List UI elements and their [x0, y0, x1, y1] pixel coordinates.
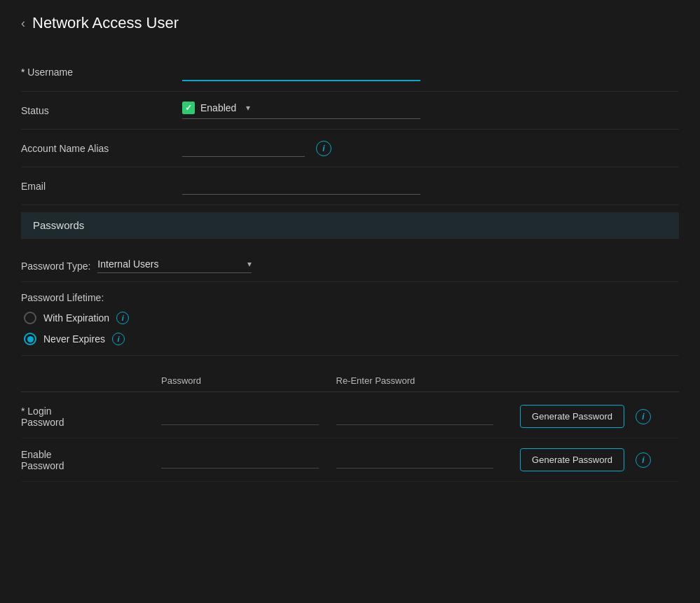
radio-never-expires-btn: [24, 333, 36, 345]
account-name-alias-row: Account Name Alias i: [21, 130, 679, 167]
page-title: Network Access User: [32, 14, 179, 32]
radio-with-expiration-label: With Expiration: [43, 312, 109, 324]
enable-generate-password-button[interactable]: Generate Password: [520, 448, 624, 471]
password-type-dropdown[interactable]: Internal Users ▾: [97, 258, 252, 273]
login-password-input[interactable]: [161, 408, 319, 425]
page-container: ‹ Network Access User Username Status En…: [0, 0, 700, 496]
enable-password-btn-cell: Generate Password i: [511, 448, 651, 471]
status-dropdown[interactable]: Enabled ▾: [182, 102, 420, 119]
radio-never-expires[interactable]: Never Expires i: [24, 333, 679, 345]
password-type-row: Password Type: Internal Users ▾: [21, 250, 679, 282]
account-name-alias-label: Account Name Alias: [21, 143, 182, 154]
col-header-label: [21, 375, 161, 386]
status-dropdown-arrow-icon: ▾: [246, 103, 250, 113]
account-name-alias-input[interactable]: [182, 139, 305, 157]
status-label: Status: [21, 105, 182, 116]
radio-never-expires-label: Never Expires: [43, 333, 105, 345]
enable-password-input[interactable]: [161, 451, 319, 469]
enable-password-label-line2: Password: [21, 460, 64, 471]
alias-input-wrapper: [182, 139, 305, 157]
login-password-info-icon[interactable]: i: [636, 409, 651, 424]
passwords-section: Passwords Password Type: Internal Users …: [21, 212, 679, 482]
login-password-row-label: * Login Password: [21, 406, 161, 428]
col-header-info: [651, 375, 679, 386]
login-reenter-password-input-wrapper: [336, 408, 512, 425]
login-password-input-wrapper: [161, 408, 336, 425]
password-table-header: Password Re-Enter Password: [21, 370, 679, 392]
password-type-value: Internal Users: [97, 258, 242, 270]
username-input[interactable]: [182, 63, 420, 81]
email-input-wrapper: [182, 177, 420, 195]
status-control-wrapper: Enabled ▾: [182, 102, 420, 119]
status-row: Status Enabled ▾: [21, 92, 679, 130]
username-row: Username: [21, 53, 679, 92]
email-label: Email: [21, 181, 182, 192]
never-expires-info-icon[interactable]: i: [112, 333, 125, 345]
login-password-label-line1: * Login: [21, 406, 52, 417]
enable-password-row: Enable Password Generate Password i: [21, 438, 679, 482]
enable-password-info-icon[interactable]: i: [636, 452, 651, 468]
alias-row-content: i: [182, 139, 331, 157]
login-password-row: * Login Password Generate Password i: [21, 395, 679, 438]
enable-reenter-password-input[interactable]: [336, 451, 494, 469]
login-reenter-password-input[interactable]: [336, 408, 494, 425]
radio-with-expiration[interactable]: With Expiration i: [24, 312, 679, 324]
username-label: Username: [21, 67, 182, 78]
col-header-reenter: Re-Enter Password: [336, 375, 512, 386]
password-type-label: Password Type:: [21, 261, 90, 272]
email-input[interactable]: [182, 177, 420, 195]
col-header-password: Password: [161, 375, 336, 386]
back-arrow-icon[interactable]: ‹: [21, 16, 25, 31]
enable-password-label-line1: Enable: [21, 449, 52, 460]
status-checkbox-icon: [182, 102, 195, 114]
email-row: Email: [21, 167, 679, 205]
with-expiration-info-icon[interactable]: i: [116, 312, 129, 324]
password-lifetime-section: Password Lifetime: With Expiration i Nev…: [21, 282, 679, 356]
password-lifetime-radio-group: With Expiration i Never Expires i: [21, 312, 679, 345]
enable-password-row-label: Enable Password: [21, 449, 161, 471]
login-password-label-line2: Password: [21, 417, 64, 428]
passwords-section-header: Passwords: [21, 212, 679, 239]
password-table: Password Re-Enter Password * Login Passw…: [21, 370, 679, 482]
enable-reenter-password-input-wrapper: [336, 451, 512, 469]
login-generate-password-button[interactable]: Generate Password: [520, 405, 624, 428]
col-header-action: [511, 375, 651, 386]
page-header: ‹ Network Access User: [21, 14, 679, 32]
passwords-section-title: Passwords: [33, 219, 84, 231]
login-password-btn-cell: Generate Password i: [511, 405, 651, 428]
password-lifetime-label: Password Lifetime:: [21, 292, 679, 303]
account-name-alias-info-icon[interactable]: i: [316, 141, 331, 156]
enable-password-input-wrapper: [161, 451, 336, 469]
status-value: Enabled: [200, 102, 236, 113]
username-input-wrapper: [182, 63, 420, 81]
password-type-arrow-icon: ▾: [247, 259, 252, 269]
radio-with-expiration-btn: [24, 312, 36, 324]
